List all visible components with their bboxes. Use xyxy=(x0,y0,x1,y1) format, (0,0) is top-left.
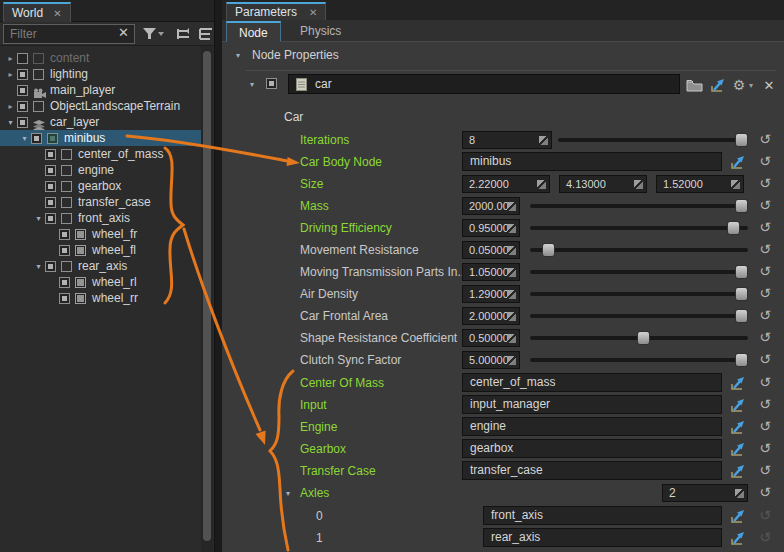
size-y-spinbox[interactable]: 4.13000 xyxy=(559,175,647,193)
reset-icon[interactable]: ↺ xyxy=(756,328,774,348)
tree-item[interactable]: ▾ front_axis xyxy=(0,210,201,226)
tree-item[interactable]: transfer_case xyxy=(0,194,201,210)
expand-hierarchy-icon[interactable] xyxy=(176,26,192,42)
size-x-spinbox[interactable]: 2.22000 xyxy=(462,175,550,193)
expand-icon[interactable]: ▾ xyxy=(32,214,45,223)
mass-spinbox[interactable]: 2000.00 xyxy=(462,197,520,215)
tree-item[interactable]: center_of_mass xyxy=(0,146,201,162)
tree-item[interactable]: ▾ car_layer xyxy=(0,114,201,130)
drag-handle-icon[interactable] xyxy=(507,224,516,233)
size-z-spinbox[interactable]: 1.52000 xyxy=(656,175,744,193)
drag-handle-icon[interactable] xyxy=(634,180,643,189)
visibility-checkbox[interactable] xyxy=(45,149,56,160)
tree-item[interactable]: ▾ rear_axis xyxy=(0,258,201,274)
drag-handle-icon[interactable] xyxy=(735,489,744,498)
axle-0-field[interactable]: front_axis xyxy=(483,506,722,525)
collapse-icon[interactable]: ▾ xyxy=(250,80,254,89)
gearbox-field[interactable]: gearbox xyxy=(462,439,722,458)
car-frontal-area-slider[interactable] xyxy=(530,306,748,326)
tree-item[interactable]: wheel_fl xyxy=(0,242,201,258)
car-body-node-field[interactable]: minibus xyxy=(462,152,722,171)
drag-handle-icon[interactable] xyxy=(537,180,546,189)
reset-icon[interactable]: ↺ xyxy=(756,483,774,503)
visibility-checkbox[interactable] xyxy=(17,85,28,96)
movement-resistance-slider[interactable] xyxy=(530,240,748,260)
assign-node-icon[interactable] xyxy=(728,506,748,526)
tree-item[interactable]: ▸ lighting xyxy=(0,66,201,82)
folder-icon[interactable] xyxy=(684,75,704,95)
tab-physics[interactable]: Physics xyxy=(288,21,353,42)
assign-node-icon[interactable] xyxy=(708,75,728,95)
slider-handle[interactable] xyxy=(735,199,748,213)
slider-handle[interactable] xyxy=(735,353,748,367)
axle-1-field[interactable]: rear_axis xyxy=(483,528,722,547)
tree-scrollbar[interactable] xyxy=(201,46,213,552)
clear-filter-icon[interactable]: ✕ xyxy=(118,25,129,40)
scrollbar-thumb[interactable] xyxy=(203,51,211,541)
close-node-icon[interactable]: ✕ xyxy=(759,75,779,95)
car-frontal-area-spinbox[interactable]: 2.00000 xyxy=(462,307,520,325)
shape-resistance-slider[interactable] xyxy=(530,328,748,348)
slider-handle[interactable] xyxy=(735,265,748,279)
tree-item-selected[interactable]: ▾ minibus xyxy=(0,130,201,146)
reset-icon[interactable]: ↺ xyxy=(756,262,774,282)
transfer-case-field[interactable]: transfer_case xyxy=(462,461,722,480)
expand-icon[interactable]: ▾ xyxy=(32,262,45,271)
movement-resistance-spinbox[interactable]: 0.05000 xyxy=(462,241,520,259)
reset-icon[interactable]: ↺ xyxy=(756,417,774,437)
reset-icon[interactable]: ↺ xyxy=(756,284,774,304)
visibility-checkbox[interactable] xyxy=(17,117,28,128)
moving-transmission-slider[interactable] xyxy=(530,262,748,282)
close-icon[interactable]: ✕ xyxy=(309,5,317,20)
drag-handle-icon[interactable] xyxy=(507,246,516,255)
reset-icon[interactable]: ↺ xyxy=(756,196,774,216)
tree-item[interactable]: wheel_rl xyxy=(0,274,201,290)
drag-handle-icon[interactable] xyxy=(731,180,740,189)
slider-handle[interactable] xyxy=(735,133,748,147)
drag-handle-icon[interactable] xyxy=(507,334,516,343)
visibility-checkbox[interactable] xyxy=(17,53,28,64)
axles-count-spinbox[interactable]: 2 xyxy=(662,484,748,502)
drag-handle-icon[interactable] xyxy=(507,356,516,365)
assign-node-icon[interactable] xyxy=(728,461,748,481)
tree-item[interactable]: wheel_fr xyxy=(0,226,201,242)
assign-node-icon[interactable] xyxy=(728,152,748,172)
drag-handle-icon[interactable] xyxy=(539,136,548,145)
shape-resistance-spinbox[interactable]: 0.50000 xyxy=(462,329,520,347)
air-density-slider[interactable] xyxy=(530,284,748,304)
slider-handle[interactable] xyxy=(542,243,555,257)
expand-icon[interactable]: ▸ xyxy=(4,54,17,63)
reset-icon[interactable]: ↺ xyxy=(756,461,774,481)
tree-item[interactable]: gearbox xyxy=(0,178,201,194)
filter-funnel-icon[interactable] xyxy=(142,26,164,42)
expand-icon[interactable]: ▾ xyxy=(4,118,17,127)
mass-slider[interactable] xyxy=(530,196,748,216)
reset-icon[interactable]: ↺ xyxy=(756,174,774,194)
close-icon[interactable]: ✕ xyxy=(53,5,61,22)
node-name-field[interactable]: car xyxy=(288,74,680,94)
visibility-checkbox[interactable] xyxy=(59,277,70,288)
moving-transmission-spinbox[interactable]: 1.05000 xyxy=(462,263,520,281)
visibility-checkbox[interactable] xyxy=(59,245,70,256)
slider-handle[interactable] xyxy=(735,309,748,323)
tree-item[interactable]: engine xyxy=(0,162,201,178)
reset-icon[interactable]: ↺ xyxy=(756,130,774,150)
drag-handle-icon[interactable] xyxy=(507,290,516,299)
expand-icon[interactable]: ▸ xyxy=(4,70,17,79)
expand-icon[interactable]: ▸ xyxy=(4,102,17,111)
clutch-sync-slider[interactable] xyxy=(530,350,748,370)
center-of-mass-field[interactable]: center_of_mass xyxy=(462,373,722,392)
iterations-spinbox[interactable]: 8 xyxy=(462,131,552,149)
tab-world[interactable]: World ✕ xyxy=(3,2,71,22)
visibility-checkbox[interactable] xyxy=(59,229,70,240)
drag-handle-icon[interactable] xyxy=(507,268,516,277)
tree-item[interactable]: ▸ content xyxy=(0,50,201,66)
node-properties-header[interactable]: ▾ Node Properties xyxy=(236,48,339,62)
visibility-checkbox[interactable] xyxy=(45,261,56,272)
driving-efficiency-slider[interactable] xyxy=(530,218,748,238)
visibility-checkbox[interactable] xyxy=(45,197,56,208)
reset-icon[interactable]: ↺ xyxy=(756,218,774,238)
assign-node-icon[interactable] xyxy=(728,373,748,393)
input-field[interactable]: input_manager xyxy=(462,395,722,414)
reset-icon[interactable]: ↺ xyxy=(756,306,774,326)
